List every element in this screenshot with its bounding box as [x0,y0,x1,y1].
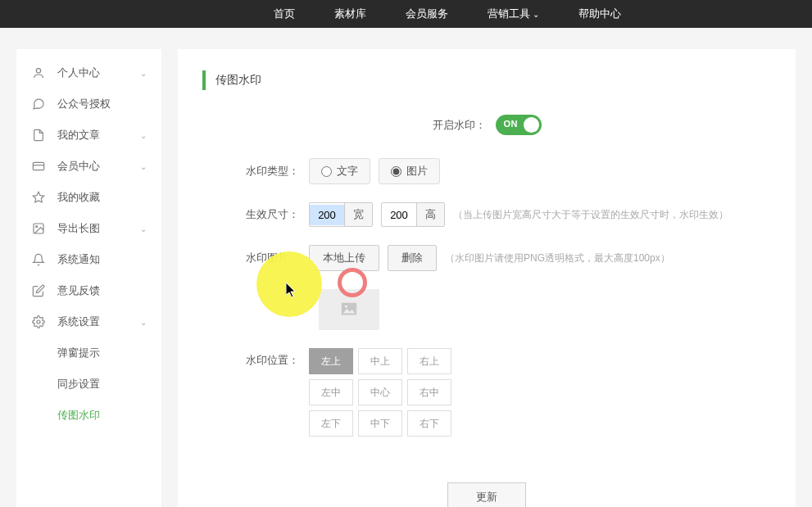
chevron-down-icon: ⌄ [140,131,147,140]
sidebar-item-label: 我的收藏 [57,190,100,205]
pos-label: 水印位置： [202,348,309,368]
gear-icon [31,315,46,329]
pos-top-right[interactable]: 右上 [407,348,451,374]
radio-image[interactable]: 图片 [379,158,440,184]
size-label: 生效尺寸： [202,207,309,222]
sidebar-item-label: 意见反馈 [57,283,100,298]
chat-icon [31,97,46,111]
svg-point-0 [36,69,40,73]
sidebar-item-favorites[interactable]: 我的收藏 [16,182,161,213]
sidebar-item-settings[interactable]: 系统设置 ⌄ [16,306,161,337]
sidebar-sub-popup[interactable]: 弹窗提示 [16,337,161,369]
pos-mid-left[interactable]: 左中 [309,379,353,405]
nav-marketing[interactable]: 营销工具⌄ [484,0,542,28]
chevron-down-icon: ⌄ [140,224,147,233]
page-title: 传图水印 [202,70,771,90]
sidebar-item-articles[interactable]: 我的文章 ⌄ [16,120,161,151]
watermark-toggle[interactable]: ON [496,115,542,135]
highlight-red-ring [338,268,367,297]
toggle-label: 开启水印： [433,118,486,133]
pos-mid-center[interactable]: 中心 [358,379,402,405]
star-icon [31,190,46,205]
pos-mid-right[interactable]: 右中 [407,379,451,405]
svg-point-6 [37,320,40,324]
cursor-icon [286,283,299,301]
sidebar: 个人中心 ⌄ 公众号授权 我的文章 ⌄ 会员中心 ⌄ 我的收藏 导出长图 ⌄ [16,49,161,507]
chevron-down-icon: ⌄ [140,69,147,78]
switch-text: ON [504,119,519,129]
main-panel: 传图水印 开启水印： ON 水印类型： 文字 [178,49,796,507]
pos-bot-left[interactable]: 左下 [309,410,353,437]
sidebar-item-label: 我的文章 [57,128,100,143]
sidebar-item-label: 系统设置 [57,315,100,329]
sidebar-item-profile[interactable]: 个人中心 ⌄ [16,57,161,88]
chevron-down-icon: ⌄ [533,10,539,19]
pos-top-center[interactable]: 中上 [358,348,402,374]
type-label: 水印类型： [202,164,309,179]
sidebar-item-membership[interactable]: 会员中心 ⌄ [16,151,161,182]
image-icon [31,221,46,236]
nav-library[interactable]: 素材库 [331,0,370,28]
user-icon [31,66,46,80]
nav-home[interactable]: 首页 [270,0,298,28]
switch-knob [524,117,539,133]
file-icon [31,128,46,143]
sidebar-item-label: 导出长图 [57,221,100,236]
svg-rect-1 [33,162,43,170]
top-nav: 首页 素材库 会员服务 营销工具⌄ 帮助中心 [0,0,812,28]
height-input[interactable] [382,205,416,225]
pos-bot-right[interactable]: 右下 [407,410,451,437]
chevron-down-icon: ⌄ [140,318,147,327]
sidebar-item-label: 系统通知 [57,252,100,267]
sidebar-item-feedback[interactable]: 意见反馈 [16,275,161,306]
pos-top-left[interactable]: 左上 [309,348,353,374]
nav-member[interactable]: 会员服务 [402,0,451,28]
chevron-down-icon: ⌄ [140,162,147,171]
sidebar-sub-sync[interactable]: 同步设置 [16,369,161,400]
upload-button[interactable]: 本地上传 [309,245,379,271]
radio-text-input[interactable] [321,166,332,177]
sidebar-item-label: 公众号授权 [57,97,111,111]
sidebar-sub-watermark[interactable]: 传图水印 [16,400,161,431]
card-icon [31,159,46,174]
sidebar-item-label: 个人中心 [57,66,100,80]
svg-point-5 [36,226,38,228]
edit-icon [31,283,46,298]
delete-button[interactable]: 删除 [388,245,437,271]
sidebar-item-wechat-auth[interactable]: 公众号授权 [16,88,161,120]
radio-text[interactable]: 文字 [309,158,370,184]
svg-marker-3 [33,192,43,202]
size-hint: （当上传图片宽高尺寸大于等于设置的生效尺寸时，水印生效） [453,208,728,222]
position-grid: 左上 中上 右上 左中 中心 右中 左下 中下 右下 [309,348,451,437]
width-input[interactable] [310,205,344,225]
radio-image-input[interactable] [391,166,401,177]
nav-help[interactable]: 帮助中心 [575,0,624,28]
height-suffix: 高 [416,203,444,226]
width-suffix: 宽 [344,203,372,226]
bell-icon [31,252,46,267]
svg-point-8 [345,306,347,308]
sidebar-item-export[interactable]: 导出长图 ⌄ [16,213,161,244]
update-button[interactable]: 更新 [447,482,526,507]
sidebar-item-notifications[interactable]: 系统通知 [16,244,161,275]
imgfile-hint: （水印图片请使用PNG透明格式，最大高度100px） [445,251,670,265]
sidebar-item-label: 会员中心 [57,159,100,174]
pos-bot-center[interactable]: 中下 [358,410,402,437]
